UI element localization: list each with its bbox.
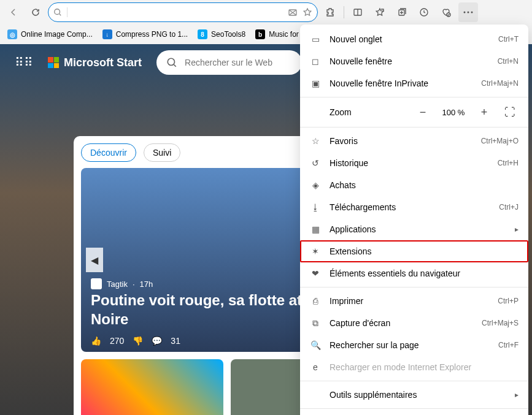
- favorites-icon[interactable]: [370, 2, 390, 22]
- screenshot-icon: ⧉: [310, 318, 321, 329]
- bookmark-item[interactable]: ◎ Online Image Comp...: [4, 27, 96, 42]
- comment-count: 31: [171, 336, 180, 346]
- search-icon: 🔍: [310, 340, 321, 350]
- menu-ie-reload: e Recharger en mode Internet Explorer: [300, 356, 528, 378]
- tag-icon: ◈: [310, 180, 321, 190]
- history-icon[interactable]: [414, 2, 434, 22]
- tab-discover[interactable]: Découvrir: [81, 143, 136, 162]
- back-button[interactable]: [4, 2, 23, 22]
- ie-icon: e: [310, 362, 321, 372]
- collections-icon[interactable]: [392, 2, 412, 22]
- extensions-icon[interactable]: [320, 2, 340, 22]
- browser-toolbar: [0, 0, 532, 25]
- bookmark-label: Compress PNG to 1...: [116, 30, 188, 39]
- app-launcher-icon[interactable]: ⠿⠿: [15, 55, 33, 70]
- bookmark-item[interactable]: b Music for: [252, 27, 303, 42]
- web-search-box[interactable]: [156, 50, 302, 75]
- refresh-button[interactable]: [26, 2, 45, 22]
- menu-essentials[interactable]: ❤ Éléments essentiels du navigateur: [300, 262, 528, 284]
- zoom-value: 100 %: [440, 108, 467, 117]
- settings-menu-button[interactable]: [458, 2, 478, 22]
- split-screen-icon[interactable]: [348, 2, 368, 22]
- microsoft-logo-icon: [48, 57, 59, 68]
- favicon: ◎: [7, 29, 17, 39]
- menu-extensions[interactable]: ✶ Extensions: [300, 240, 528, 262]
- menu-new-tab[interactable]: ▭ Nouvel onglet Ctrl+T: [300, 28, 528, 50]
- menu-history[interactable]: ↺ Historique Ctrl+H: [300, 152, 528, 174]
- web-search-input[interactable]: [185, 58, 292, 67]
- bullet: ·: [133, 280, 135, 289]
- apps-icon: ▦: [310, 224, 321, 234]
- divider: [300, 381, 528, 381]
- story-source: Tagtik · 17h: [91, 278, 153, 289]
- zoom-out-button[interactable]: −: [414, 104, 431, 121]
- svg-point-8: [471, 12, 473, 13]
- svg-point-9: [168, 58, 174, 65]
- menu-find[interactable]: 🔍 Rechercher sur la page Ctrl+F: [300, 334, 528, 356]
- fullscreen-icon[interactable]: ⛶: [501, 104, 519, 121]
- story-thumbnail[interactable]: [81, 359, 223, 415]
- settings-menu: ▭ Nouvel onglet Ctrl+T ◻ Nouvelle fenêtr…: [300, 25, 528, 415]
- divider: [67, 7, 67, 17]
- bookmark-label: Online Image Comp...: [21, 30, 93, 39]
- bookmark-item[interactable]: ↓ Compress PNG to 1...: [99, 27, 191, 42]
- menu-print[interactable]: ⎙ Imprimer Ctrl+P: [300, 290, 528, 312]
- new-tab-icon: ▭: [310, 34, 321, 44]
- chevron-right-icon: ▸: [515, 390, 519, 399]
- menu-favorites[interactable]: ☆ Favoris Ctrl+Maj+O: [300, 130, 528, 152]
- divider: [344, 6, 344, 18]
- prev-arrow-icon[interactable]: ◀: [86, 248, 103, 272]
- puzzle-icon: ✶: [310, 246, 321, 256]
- bookmark-label: Music for: [269, 30, 299, 39]
- engagement-bar: 👍 270 👎 💬 31: [91, 336, 180, 346]
- menu-settings[interactable]: ⚙ Paramètres: [300, 411, 528, 415]
- favicon: b: [255, 29, 265, 39]
- menu-apps[interactable]: ▦ Applications ▸: [300, 218, 528, 240]
- inprivate-icon: ▣: [310, 78, 321, 88]
- star-icon: ☆: [310, 136, 321, 146]
- menu-shopping[interactable]: ◈ Achats: [300, 174, 528, 196]
- divider: [300, 127, 528, 128]
- chevron-right-icon: ▸: [515, 225, 519, 234]
- brand-logo[interactable]: Microsoft Start: [48, 56, 142, 69]
- favorite-star-icon[interactable]: [303, 7, 312, 17]
- comment-icon[interactable]: 💬: [152, 336, 162, 346]
- menu-new-inprivate[interactable]: ▣ Nouvelle fenêtre InPrivate Ctrl+Maj+N: [300, 72, 528, 94]
- menu-zoom: Zoom − 100 % + ⛶: [300, 100, 528, 124]
- menu-new-window[interactable]: ◻ Nouvelle fenêtre Ctrl+N: [300, 50, 528, 72]
- favicon: 8: [198, 29, 207, 39]
- search-icon: [53, 8, 62, 17]
- new-window-icon: ◻: [310, 56, 321, 66]
- divider: [300, 97, 528, 97]
- menu-downloads[interactable]: ⭳ Téléchargements Ctrl+J: [300, 196, 528, 218]
- like-icon[interactable]: 👍: [91, 336, 101, 346]
- heartbeat-icon: ❤: [310, 268, 321, 278]
- svg-point-0: [55, 9, 60, 15]
- menu-more-tools[interactable]: Outils supplémentaires ▸: [300, 384, 528, 406]
- history-icon: ↺: [310, 158, 321, 168]
- tracking-icon[interactable]: [288, 7, 298, 17]
- browser-essentials-icon[interactable]: [436, 2, 456, 22]
- svg-point-7: [468, 12, 469, 13]
- download-icon: ⭳: [310, 202, 321, 212]
- address-bar[interactable]: [48, 2, 318, 22]
- bookmark-label: SeoTools8: [211, 30, 245, 39]
- brand-label: Microsoft Start: [64, 56, 142, 69]
- favicon: ↓: [102, 29, 112, 39]
- svg-point-6: [464, 12, 466, 13]
- like-count: 270: [110, 336, 124, 346]
- zoom-label: Zoom: [330, 107, 406, 117]
- bookmark-item[interactable]: 8 SeoTools8: [194, 27, 249, 42]
- address-input[interactable]: [72, 7, 283, 17]
- tab-follow[interactable]: Suivi: [144, 143, 180, 162]
- zoom-in-button[interactable]: +: [476, 104, 493, 121]
- source-name: Tagtik: [107, 280, 128, 289]
- menu-screenshot[interactable]: ⧉ Capture d'écran Ctrl+Maj+S: [300, 312, 528, 334]
- divider: [300, 287, 528, 287]
- story-age: 17h: [140, 280, 153, 289]
- divider: [300, 408, 528, 409]
- source-favicon: [91, 278, 102, 289]
- dislike-icon[interactable]: 👎: [133, 336, 143, 346]
- search-icon: [166, 57, 177, 68]
- print-icon: ⎙: [310, 296, 321, 306]
